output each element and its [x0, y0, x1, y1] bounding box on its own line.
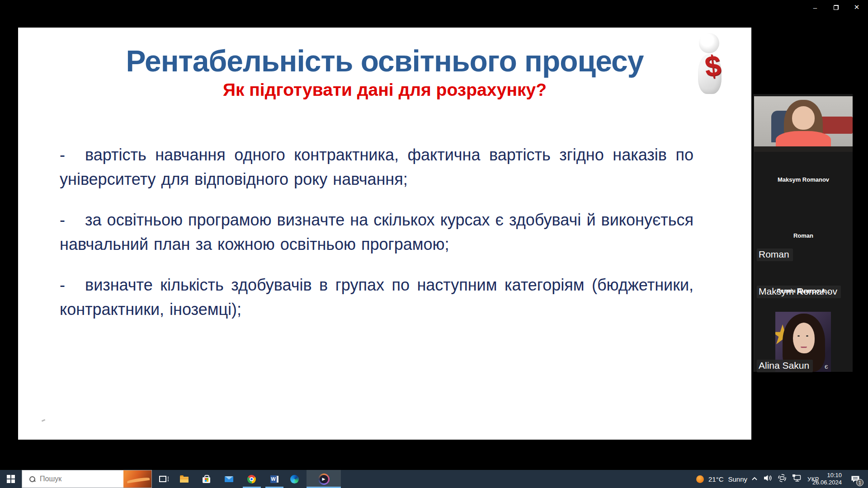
close-button[interactable]: ✕ [850, 2, 863, 13]
weather-condition: Sunny [728, 475, 748, 483]
search-daily-image[interactable] [123, 470, 151, 488]
action-center-button[interactable]: 1 [846, 470, 864, 488]
participant-video-tile[interactable] [754, 96, 853, 152]
reaction-badge: є [825, 362, 828, 370]
search-input[interactable] [40, 475, 108, 483]
window-controls: – ✕ [808, 2, 863, 13]
taskbar-search[interactable] [22, 470, 152, 488]
video-desk [754, 146, 853, 152]
minimize-button[interactable]: – [808, 2, 822, 13]
microsoft-store-button[interactable] [196, 470, 217, 488]
sun-icon [696, 475, 704, 483]
chrome-icon [247, 475, 256, 483]
weather-widget[interactable]: 21°C Sunny [696, 470, 747, 488]
clock-widget[interactable]: 10:10 26.06.2024 [814, 470, 842, 488]
tray-expand-chevron-icon[interactable] [751, 475, 758, 483]
dollar-sign-icon: $ [703, 48, 722, 83]
play-icon: ▶ [318, 474, 330, 485]
bullet-3: -визначте кількість здобувачів в групах … [60, 273, 693, 322]
app-window: – ✕ Рентабельність освітнього процесу Як… [0, 0, 868, 488]
participants-panel: Maksym Romanov Maksym Romanov Roman Roma… [754, 94, 853, 372]
participant-name-center: Лєвкін Дмитро А... [754, 287, 853, 294]
participant-name-center: Roman [754, 232, 853, 239]
avatar-face [793, 323, 815, 353]
edge-button[interactable] [284, 470, 305, 488]
restore-icon [834, 5, 839, 10]
weather-temp: 21°C [708, 475, 724, 483]
start-button[interactable] [0, 470, 22, 488]
notification-count-badge: 1 [856, 479, 863, 486]
bullet-2: -за освітньою програмою визначте на скіл… [60, 208, 693, 257]
chrome-button[interactable] [241, 470, 262, 488]
network-icon[interactable] [792, 474, 802, 484]
task-view-button[interactable] [152, 470, 173, 488]
store-icon [203, 477, 210, 483]
avatar-mouth [801, 347, 807, 348]
restore-button[interactable] [829, 2, 843, 13]
edge-icon [290, 475, 299, 483]
mail-icon [225, 476, 233, 482]
tray-time: 10:10 [827, 472, 842, 479]
search-icon [29, 476, 35, 482]
slide-subtitle: Як підготувати дані для розрахунку? [18, 80, 751, 100]
word-button[interactable]: W [264, 470, 285, 488]
bullet-1: -вартість навчання одного контрактника, … [60, 143, 693, 192]
shared-slide: Рентабельність освітнього процесу Як під… [18, 28, 751, 440]
participant-name-center: Maksym Romanov [754, 176, 853, 183]
participant-name-label: Alina Sakun [757, 360, 813, 372]
file-explorer-button[interactable] [174, 470, 195, 488]
tray-date: 26.06.2024 [812, 479, 842, 486]
avatar-eye [797, 335, 800, 337]
slide-logo-figure: $ [695, 33, 725, 95]
windows-logo-icon [7, 475, 15, 483]
participant-name-label: Roman [757, 249, 793, 261]
volume-icon[interactable] [763, 474, 772, 484]
task-view-icon [159, 476, 166, 482]
taskbar: W ▶ 21°C Sunny [0, 470, 868, 488]
file-explorer-icon [180, 477, 189, 483]
mail-button[interactable] [218, 470, 240, 488]
system-tray: УКР [751, 470, 819, 488]
media-player-button-active[interactable]: ▶ [307, 470, 341, 488]
screen-share-icon[interactable] [778, 474, 787, 484]
avatar-eye [806, 335, 808, 337]
slide-artifact-mark [42, 419, 46, 422]
word-icon: W [270, 475, 278, 483]
slide-body: -вартість навчання одного контрактника, … [60, 143, 693, 338]
slide-title: Рентабельність освітнього процесу [18, 44, 751, 78]
video-person-face [792, 106, 815, 130]
